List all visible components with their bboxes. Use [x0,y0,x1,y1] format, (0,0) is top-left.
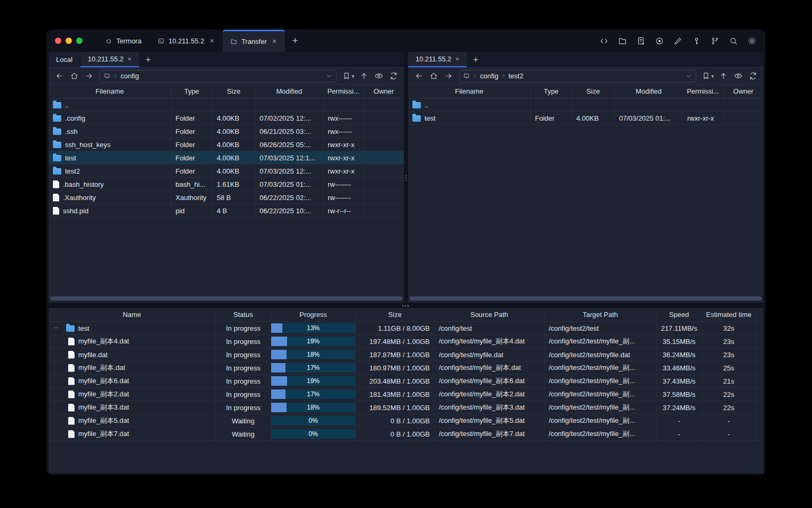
column-header[interactable]: Filename [49,85,171,98]
pane-tab-10-211-55-2[interactable]: 10.211.55.2✕ [408,52,467,67]
column-header[interactable]: Permissi... [683,85,723,98]
pane-tab-local[interactable]: Local [49,52,80,67]
column-header[interactable]: Size [572,85,615,98]
toggle-hidden-files-button[interactable] [372,70,385,83]
file-cell [364,204,404,217]
column-header[interactable]: Filename [408,85,531,98]
close-window-button[interactable] [55,38,61,44]
close-tab-icon[interactable]: ✕ [455,56,459,62]
file-row[interactable]: .. [49,98,404,112]
file-row[interactable]: ssh_host_keysFolder4.00KB06/26/2025 05:.… [49,138,404,151]
new-pane-tab-button[interactable]: + [467,52,485,67]
file-row[interactable]: .XauthorityXauthority58 B06/22/2025 02:.… [49,191,404,204]
forward-button[interactable] [442,70,455,83]
vertical-splitter[interactable]: ⋮ [404,52,408,303]
column-header[interactable]: Owner [364,85,404,98]
transfer-row[interactable]: myfile_副本.datIn progress17%180.97MB / 1.… [49,361,763,375]
code-icon[interactable] [596,33,611,48]
pane-toolbar: configtest2▾ [408,68,763,85]
file-row[interactable]: .. [408,98,763,112]
column-header[interactable]: Modified [615,85,683,98]
column-header[interactable]: Status [216,308,271,321]
file-row[interactable]: .configFolder4.00KB07/02/2025 12:...rwx-… [49,112,404,125]
bookmark-dropdown-icon[interactable]: ▾ [352,74,354,79]
branch-icon[interactable] [707,33,722,48]
transfer-row[interactable]: myfile_副本7.datWaiting0%0 B / 1.00GB/conf… [49,428,763,441]
column-header[interactable]: Name [49,308,216,321]
forward-button[interactable] [82,70,95,83]
folder-icon[interactable] [615,33,630,48]
main-tab-transfer[interactable]: Transfer✕ [223,30,285,52]
log-icon[interactable] [633,33,648,48]
file-row[interactable]: .sshFolder4.00KB06/21/2025 03:...rwx----… [49,125,404,138]
horizontal-scrollbar[interactable] [410,296,762,301]
file-row[interactable]: sshd.pidpid4 B06/22/2025 10:...rw-r--r-- [49,204,404,217]
collapse-chevron-icon[interactable] [53,324,59,332]
horizontal-scrollbar[interactable] [50,296,402,301]
back-button[interactable] [53,70,66,83]
column-header[interactable]: Size [213,85,255,98]
upload-button[interactable] [717,70,730,83]
column-header[interactable]: Modified [255,85,324,98]
transfer-size-cell: 187.87MB / 1.00GB [356,348,435,361]
transfer-row[interactable]: myfile_副本5.datWaiting0%0 B / 1.00GB/conf… [49,414,763,428]
column-header[interactable]: Permissi... [324,85,364,98]
column-header[interactable]: Progress [271,308,356,321]
record-icon[interactable] [652,33,667,48]
transfer-row[interactable]: testIn progress13%1.11GB / 8.00GB/config… [49,322,763,335]
close-tab-icon[interactable]: ✕ [272,38,277,45]
column-header[interactable]: Size [356,308,435,321]
column-header[interactable]: Speed [657,308,702,321]
path-field[interactable]: configtest2 [459,70,696,83]
chevron-down-icon[interactable] [326,72,333,79]
back-button[interactable] [412,70,425,83]
transfer-row[interactable]: myfile_副本2.datIn progress17%181.43MB / 1… [49,388,763,401]
path-field[interactable]: config [99,70,337,83]
column-header[interactable]: Source Path [435,308,545,321]
file-cell: 4.00KB [213,151,255,164]
bookmark-button[interactable]: ▾ [341,71,355,80]
arrow-left-icon [414,71,423,80]
bookmark-button[interactable]: ▾ [700,71,715,80]
minimize-window-button[interactable] [66,38,72,44]
column-header[interactable]: Estimated time [702,308,756,321]
path-segment[interactable]: test2 [501,72,523,80]
close-tab-icon[interactable]: ✕ [209,38,214,44]
upload-button[interactable] [357,70,370,83]
file-row[interactable]: test2Folder4.00KB07/03/2025 12:...rwxr-x… [49,165,404,178]
chevron-down-icon[interactable] [685,72,692,79]
transfer-row[interactable]: myfile_副本4.datIn progress19%197.48MB / 1… [49,335,763,348]
home-button[interactable] [68,70,80,83]
path-segment[interactable]: config [472,72,499,80]
file-row[interactable]: testFolder4.00KB07/03/2025 12:1...rwxr-x… [49,151,404,165]
file-row[interactable]: .bash_historybash_hi...1.61KB07/03/2025 … [49,178,404,191]
refresh-button[interactable] [387,70,400,83]
main-tab-10-211-55-2[interactable]: 10.211.55.2✕ [150,30,223,52]
column-header[interactable]: Type [531,85,572,98]
path-segment[interactable]: config [113,72,139,80]
key-icon[interactable] [689,33,704,48]
column-header[interactable]: Target Path [545,308,657,321]
transfer-row[interactable]: myfile_副本6.datIn progress19%203.48MB / 1… [49,375,763,388]
transfer-row[interactable]: myfile.datIn progress18%187.87MB / 1.00G… [49,348,763,361]
refresh-button[interactable] [746,70,759,83]
edit-icon[interactable] [670,33,685,48]
new-pane-tab-button[interactable]: + [139,52,157,67]
transfer-row[interactable]: myfile_副本3.datIn progress18%189.52MB / 1… [49,401,763,414]
transfer-target-cell: /config/test2/test/myfile_副... [545,388,657,401]
transfer-eta-cell: 22s [702,401,756,414]
main-tab-termora[interactable]: Termora [97,30,150,52]
column-header[interactable]: Type [171,85,213,98]
pane-tab-10-211-55-2[interactable]: 10.211.55.2✕ [80,52,139,67]
column-header[interactable]: Owner [723,85,763,98]
horizontal-splitter[interactable]: ••• [47,303,765,308]
file-row[interactable]: testFolder4.00KB07/03/2025 01:...rwxr-xr… [408,112,763,125]
settings-icon[interactable] [744,33,759,48]
search-icon[interactable] [726,33,741,48]
bookmark-dropdown-icon[interactable]: ▾ [711,74,714,79]
home-button[interactable] [427,70,440,83]
close-tab-icon[interactable]: ✕ [127,56,132,62]
new-tab-button[interactable]: + [285,30,306,52]
zoom-window-button[interactable] [76,38,82,44]
toggle-hidden-files-button[interactable] [732,70,744,83]
